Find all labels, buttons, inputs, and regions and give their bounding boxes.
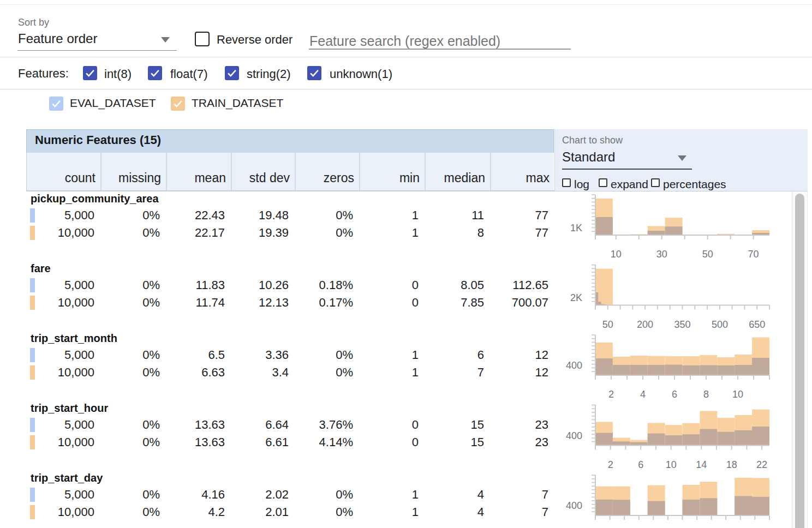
svg-text:2K: 2K [570, 292, 582, 303]
svg-text:8: 8 [703, 389, 709, 400]
svg-text:18: 18 [726, 459, 737, 470]
svg-text:200: 200 [637, 319, 653, 330]
svg-text:22: 22 [756, 459, 767, 470]
svg-text:2: 2 [608, 459, 613, 470]
svg-text:70: 70 [748, 249, 759, 260]
svg-text:650: 650 [749, 319, 765, 330]
svg-text:50: 50 [602, 319, 613, 330]
svg-text:400: 400 [566, 430, 582, 441]
svg-text:6: 6 [638, 459, 643, 470]
svg-text:6: 6 [672, 389, 677, 400]
svg-text:400: 400 [566, 500, 582, 511]
svg-text:4: 4 [640, 389, 646, 400]
svg-text:10: 10 [666, 459, 677, 470]
svg-text:14: 14 [696, 459, 707, 470]
svg-text:500: 500 [712, 319, 728, 330]
svg-text:10: 10 [732, 389, 743, 400]
svg-text:400: 400 [566, 360, 582, 371]
svg-text:30: 30 [656, 249, 667, 260]
svg-text:50: 50 [702, 249, 713, 260]
svg-text:2: 2 [608, 389, 614, 400]
svg-text:350: 350 [674, 319, 690, 330]
svg-text:10: 10 [611, 249, 622, 260]
svg-text:1K: 1K [570, 223, 582, 233]
